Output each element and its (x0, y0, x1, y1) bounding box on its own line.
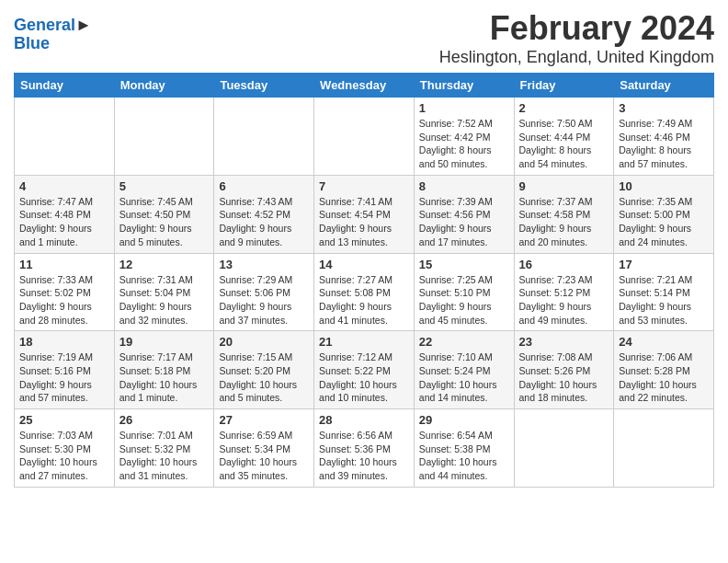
empty-day-cell (114, 98, 214, 176)
logo-text: General► (14, 17, 92, 35)
logo-text2: Blue (14, 35, 92, 53)
day-info: Sunrise: 7:47 AM Sunset: 4:48 PM Dayligh… (19, 195, 109, 249)
day-number: 2 (519, 101, 609, 115)
calendar-header-row: SundayMondayTuesdayWednesdayThursdayFrid… (15, 74, 714, 98)
calendar-day-cell: 17Sunrise: 7:21 AM Sunset: 5:14 PM Dayli… (614, 253, 714, 331)
day-number: 26 (119, 413, 210, 427)
day-info: Sunrise: 7:49 AM Sunset: 4:46 PM Dayligh… (619, 117, 709, 171)
day-number: 9 (519, 179, 609, 193)
day-info: Sunrise: 7:23 AM Sunset: 5:12 PM Dayligh… (519, 273, 609, 327)
day-info: Sunrise: 7:39 AM Sunset: 4:56 PM Dayligh… (419, 195, 509, 249)
empty-day-cell (214, 98, 314, 176)
calendar-day-cell: 22Sunrise: 7:10 AM Sunset: 5:24 PM Dayli… (414, 331, 514, 409)
calendar-day-cell: 7Sunrise: 7:41 AM Sunset: 4:54 PM Daylig… (314, 175, 415, 253)
calendar-day-cell: 6Sunrise: 7:43 AM Sunset: 4:52 PM Daylig… (214, 175, 314, 253)
column-header-saturday: Saturday (614, 74, 714, 98)
column-header-wednesday: Wednesday (314, 74, 415, 98)
day-number: 20 (219, 335, 309, 349)
day-number: 1 (419, 101, 509, 115)
day-info: Sunrise: 7:21 AM Sunset: 5:14 PM Dayligh… (619, 273, 709, 327)
calendar-day-cell: 4Sunrise: 7:47 AM Sunset: 4:48 PM Daylig… (15, 175, 115, 253)
column-header-monday: Monday (114, 74, 214, 98)
day-number: 23 (519, 335, 609, 349)
day-number: 11 (19, 258, 109, 271)
day-number: 17 (619, 258, 709, 271)
day-info: Sunrise: 7:17 AM Sunset: 5:18 PM Dayligh… (119, 350, 210, 405)
day-info: Sunrise: 7:08 AM Sunset: 5:26 PM Dayligh… (519, 350, 609, 405)
calendar-day-cell: 14Sunrise: 7:27 AM Sunset: 5:08 PM Dayli… (314, 253, 415, 331)
day-number: 27 (219, 413, 309, 427)
day-info: Sunrise: 7:15 AM Sunset: 5:20 PM Dayligh… (219, 350, 309, 405)
day-number: 7 (319, 179, 409, 193)
calendar-week-row: 11Sunrise: 7:33 AM Sunset: 5:02 PM Dayli… (15, 253, 714, 331)
day-info: Sunrise: 7:10 AM Sunset: 5:24 PM Dayligh… (419, 350, 509, 405)
calendar-day-cell: 19Sunrise: 7:17 AM Sunset: 5:18 PM Dayli… (114, 331, 214, 409)
day-number: 19 (119, 335, 210, 349)
day-info: Sunrise: 7:03 AM Sunset: 5:30 PM Dayligh… (19, 429, 109, 483)
calendar-day-cell: 1Sunrise: 7:52 AM Sunset: 4:42 PM Daylig… (414, 98, 514, 176)
day-info: Sunrise: 7:19 AM Sunset: 5:16 PM Dayligh… (19, 350, 109, 405)
day-info: Sunrise: 7:25 AM Sunset: 5:10 PM Dayligh… (419, 273, 509, 327)
day-number: 8 (419, 179, 509, 193)
day-number: 16 (519, 258, 609, 271)
day-number: 4 (19, 179, 109, 193)
day-number: 14 (319, 258, 409, 271)
calendar-day-cell: 2Sunrise: 7:50 AM Sunset: 4:44 PM Daylig… (514, 98, 614, 176)
location-title: Heslington, England, United Kingdom (439, 48, 714, 67)
calendar-day-cell: 20Sunrise: 7:15 AM Sunset: 5:20 PM Dayli… (214, 331, 314, 409)
day-number: 24 (619, 335, 709, 349)
day-info: Sunrise: 7:29 AM Sunset: 5:06 PM Dayligh… (219, 273, 309, 327)
day-info: Sunrise: 7:31 AM Sunset: 5:04 PM Dayligh… (119, 273, 210, 327)
empty-day-cell (314, 98, 415, 176)
day-info: Sunrise: 7:50 AM Sunset: 4:44 PM Dayligh… (519, 117, 609, 171)
day-number: 12 (119, 258, 210, 271)
calendar-day-cell: 24Sunrise: 7:06 AM Sunset: 5:28 PM Dayli… (614, 331, 714, 409)
day-info: Sunrise: 7:12 AM Sunset: 5:22 PM Dayligh… (319, 350, 409, 405)
empty-day-cell (15, 98, 115, 176)
calendar-day-cell: 16Sunrise: 7:23 AM Sunset: 5:12 PM Dayli… (514, 253, 614, 331)
calendar-table: SundayMondayTuesdayWednesdayThursdayFrid… (14, 73, 714, 488)
day-info: Sunrise: 7:33 AM Sunset: 5:02 PM Dayligh… (19, 273, 109, 327)
day-number: 18 (19, 335, 109, 349)
day-info: Sunrise: 6:59 AM Sunset: 5:34 PM Dayligh… (219, 429, 309, 483)
calendar-day-cell: 8Sunrise: 7:39 AM Sunset: 4:56 PM Daylig… (414, 175, 514, 253)
day-info: Sunrise: 6:54 AM Sunset: 5:38 PM Dayligh… (419, 429, 509, 483)
day-info: Sunrise: 7:35 AM Sunset: 5:00 PM Dayligh… (619, 195, 709, 249)
calendar-week-row: 18Sunrise: 7:19 AM Sunset: 5:16 PM Dayli… (15, 331, 714, 409)
calendar-day-cell: 15Sunrise: 7:25 AM Sunset: 5:10 PM Dayli… (414, 253, 514, 331)
calendar-week-row: 1Sunrise: 7:52 AM Sunset: 4:42 PM Daylig… (15, 98, 714, 176)
calendar-day-cell: 21Sunrise: 7:12 AM Sunset: 5:22 PM Dayli… (314, 331, 415, 409)
calendar-day-cell: 26Sunrise: 7:01 AM Sunset: 5:32 PM Dayli… (114, 409, 214, 488)
logo: General► Blue (14, 17, 92, 53)
day-info: Sunrise: 7:01 AM Sunset: 5:32 PM Dayligh… (119, 429, 210, 483)
calendar-day-cell: 29Sunrise: 6:54 AM Sunset: 5:38 PM Dayli… (414, 409, 514, 488)
column-header-thursday: Thursday (414, 74, 514, 98)
day-number: 13 (219, 258, 309, 271)
day-info: Sunrise: 7:43 AM Sunset: 4:52 PM Dayligh… (219, 195, 309, 249)
column-header-friday: Friday (514, 74, 614, 98)
column-header-sunday: Sunday (15, 74, 115, 98)
title-area: February 2024 Heslington, England, Unite… (439, 9, 714, 67)
day-info: Sunrise: 7:52 AM Sunset: 4:42 PM Dayligh… (419, 117, 509, 171)
calendar-day-cell: 9Sunrise: 7:37 AM Sunset: 4:58 PM Daylig… (514, 175, 614, 253)
empty-day-cell (514, 409, 614, 488)
calendar-day-cell: 13Sunrise: 7:29 AM Sunset: 5:06 PM Dayli… (214, 253, 314, 331)
calendar-day-cell: 12Sunrise: 7:31 AM Sunset: 5:04 PM Dayli… (114, 253, 214, 331)
empty-day-cell (614, 409, 714, 488)
month-title: February 2024 (439, 9, 714, 48)
day-number: 15 (419, 258, 509, 271)
day-info: Sunrise: 7:06 AM Sunset: 5:28 PM Dayligh… (619, 350, 709, 405)
calendar-day-cell: 23Sunrise: 7:08 AM Sunset: 5:26 PM Dayli… (514, 331, 614, 409)
day-number: 6 (219, 179, 309, 193)
day-number: 21 (319, 335, 409, 349)
calendar-day-cell: 18Sunrise: 7:19 AM Sunset: 5:16 PM Dayli… (15, 331, 115, 409)
day-info: Sunrise: 7:37 AM Sunset: 4:58 PM Dayligh… (519, 195, 609, 249)
day-number: 5 (119, 179, 210, 193)
day-number: 3 (619, 101, 709, 115)
calendar-day-cell: 11Sunrise: 7:33 AM Sunset: 5:02 PM Dayli… (15, 253, 115, 331)
day-number: 28 (319, 413, 409, 427)
day-number: 10 (619, 179, 709, 193)
day-info: Sunrise: 7:41 AM Sunset: 4:54 PM Dayligh… (319, 195, 409, 249)
calendar-week-row: 25Sunrise: 7:03 AM Sunset: 5:30 PM Dayli… (15, 409, 714, 488)
calendar-day-cell: 25Sunrise: 7:03 AM Sunset: 5:30 PM Dayli… (15, 409, 115, 488)
